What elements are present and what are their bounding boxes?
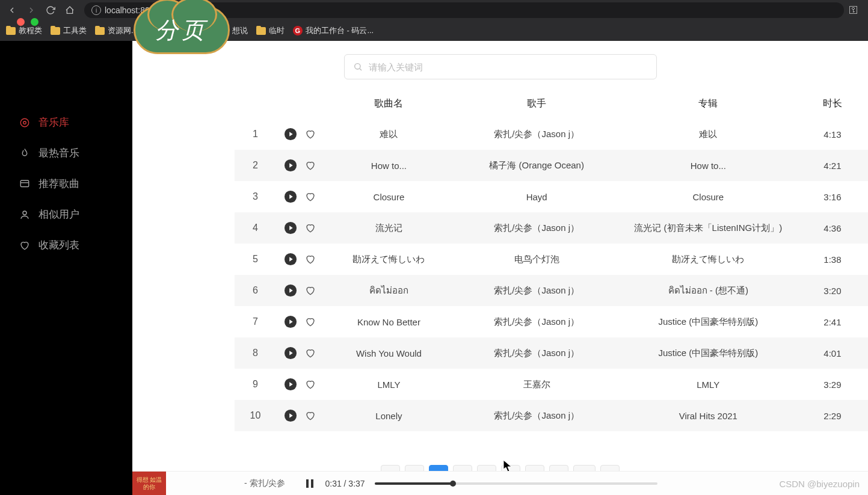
song-artist: 电鸟个灯泡 — [454, 244, 620, 275]
play-icon[interactable] — [284, 190, 297, 203]
table-row[interactable]: 8Wish You Would索扎/尖参（Jason j）Justice (中国… — [235, 337, 868, 369]
sidebar-item-音乐库[interactable]: 音乐库 — [5, 107, 132, 138]
bookmark-item[interactable]: 临时 — [256, 25, 285, 36]
song-name: Closure — [324, 181, 454, 212]
play-icon[interactable] — [284, 128, 297, 141]
heart-icon[interactable] — [304, 410, 316, 422]
song-name: Lonely — [324, 400, 454, 431]
key-icon[interactable]: ⚿ — [849, 5, 858, 16]
player-progress[interactable] — [375, 482, 657, 485]
row-index: 4 — [235, 212, 276, 244]
sidebar-item-最热音乐[interactable]: 最热音乐 — [5, 138, 132, 168]
heart-icon[interactable] — [304, 284, 316, 297]
bookmark-item[interactable]: 工具类 — [51, 25, 87, 36]
back-button[interactable] — [5, 3, 19, 17]
song-artist: 索扎/尖参（Jason j） — [454, 275, 620, 306]
pause-button[interactable] — [303, 477, 316, 490]
col-album: 专辑 — [620, 89, 797, 118]
col-artist: 歌手 — [454, 89, 620, 118]
bookmark-item[interactable]: 教程类 — [6, 25, 42, 36]
reload-button[interactable] — [43, 3, 58, 17]
row-controls — [276, 275, 324, 306]
play-icon[interactable] — [284, 159, 297, 172]
table-row[interactable]: 4流光记索扎/尖参（Jason j）流光记 (初音未来「ListenING计划」… — [235, 212, 868, 244]
player-bar: 得想 如温 的你 - 索扎/尖参 0:31 / 3:37 — [132, 471, 868, 495]
row-controls — [276, 212, 324, 244]
song-album: 流光记 (初音未来「ListenING计划」) — [620, 212, 797, 244]
play-icon[interactable] — [284, 253, 297, 266]
row-index: 2 — [235, 150, 276, 181]
window-close[interactable] — [17, 18, 25, 26]
song-duration: 4:36 — [797, 212, 868, 244]
bookmark-label: 武侠 — [159, 25, 174, 36]
bookmark-item[interactable]: 资源网... — [95, 25, 138, 36]
search-box[interactable] — [344, 54, 657, 79]
svg-rect-28 — [311, 479, 313, 488]
table-row[interactable]: 6คิดไม่ออก索扎/尖参（Jason j）คิดไม่ออก - (想不通… — [235, 275, 868, 306]
row-controls — [276, 244, 324, 275]
row-index: 10 — [235, 400, 276, 431]
row-index: 7 — [235, 306, 276, 337]
heart-icon[interactable] — [304, 191, 316, 203]
song-name: คิดไม่ออก — [324, 275, 454, 306]
sidebar-item-label: 收藏列表 — [38, 238, 79, 252]
svg-rect-27 — [306, 479, 309, 488]
player-track-info: - 索扎/尖参 — [166, 478, 295, 489]
song-artist: 索扎/尖参（Jason j） — [454, 337, 620, 369]
heart-icon[interactable] — [304, 159, 316, 171]
search-input[interactable] — [369, 62, 648, 72]
play-icon[interactable] — [284, 409, 297, 422]
heart-icon[interactable] — [304, 316, 316, 328]
song-name: LMLY — [324, 369, 454, 400]
bookmark-item[interactable]: 武侠 — [146, 25, 174, 36]
search-wrap — [132, 41, 868, 89]
col-name: 歌曲名 — [324, 89, 454, 118]
row-index: 5 — [235, 244, 276, 275]
song-duration: 1:38 — [797, 244, 868, 275]
url-bar[interactable]: i localhost:8080/discover — [84, 2, 844, 18]
heart-icon[interactable] — [304, 347, 316, 359]
forward-button[interactable] — [24, 3, 38, 17]
table-row[interactable]: 3ClosureHaydClosure3:16 — [235, 181, 868, 212]
sidebar-item-收藏列表[interactable]: 收藏列表 — [5, 230, 132, 260]
heart-icon[interactable] — [304, 222, 316, 234]
sidebar-item-推荐歌曲[interactable]: 推荐歌曲 — [5, 168, 132, 199]
home-button[interactable] — [63, 3, 77, 17]
bookmark-item[interactable]: 考研 — [183, 25, 211, 36]
heart-icon[interactable] — [304, 128, 316, 140]
play-icon[interactable] — [284, 315, 297, 328]
song-duration: 3:29 — [797, 369, 868, 400]
table-row[interactable]: 1难以索扎/尖参（Jason j）难以4:13 — [235, 118, 868, 150]
heart-icon[interactable] — [304, 253, 316, 265]
play-icon[interactable] — [284, 346, 297, 360]
row-controls — [276, 150, 324, 181]
bookmark-item[interactable]: G我的工作台 - 码云... — [293, 25, 374, 36]
bookmark-label: 想说 — [232, 25, 248, 36]
bookmark-label: 我的工作台 - 码云... — [306, 25, 374, 36]
play-icon[interactable] — [284, 284, 297, 297]
search-icon — [353, 62, 363, 72]
song-table: 歌曲名 歌手 专辑 时长 1难以索扎/尖参（Jason j）难以4:132How… — [235, 89, 868, 431]
table-row[interactable]: 2How to...橘子海 (Orange Ocean)How to...4:2… — [235, 150, 868, 181]
play-icon[interactable] — [284, 378, 297, 391]
table-row[interactable]: 7Know No Better索扎/尖参（Jason j）Justice (中国… — [235, 306, 868, 337]
table-row[interactable]: 9LMLY王嘉尔LMLY3:29 — [235, 369, 868, 400]
app-window: 音乐库最热音乐推荐歌曲相似用户收藏列表 歌曲名 歌手 专辑 时长 — [5, 41, 868, 495]
site-info-icon[interactable]: i — [91, 5, 101, 15]
song-duration: 4:01 — [797, 337, 868, 369]
song-name: Know No Better — [324, 306, 454, 337]
svg-point-0 — [20, 118, 29, 127]
song-duration: 4:21 — [797, 150, 868, 181]
player-cover[interactable]: 得想 如温 的你 — [132, 472, 166, 496]
gitee-icon: G — [293, 26, 303, 35]
table-row[interactable]: 10Lonely索扎/尖参（Jason j）Viral Hits 20212:2… — [235, 400, 868, 431]
song-artist: 索扎/尖参（Jason j） — [454, 306, 620, 337]
heart-icon[interactable] — [304, 378, 316, 390]
hot-icon — [19, 148, 30, 159]
sidebar-item-相似用户[interactable]: 相似用户 — [5, 199, 132, 230]
play-icon[interactable] — [284, 221, 297, 235]
table-row[interactable]: 5勘冴えて悔しいわ电鸟个灯泡勘冴えて悔しいわ1:38 — [235, 244, 868, 275]
row-controls — [276, 369, 324, 400]
bookmark-item[interactable]: 想说 — [220, 25, 248, 36]
window-maximize[interactable] — [31, 18, 38, 26]
